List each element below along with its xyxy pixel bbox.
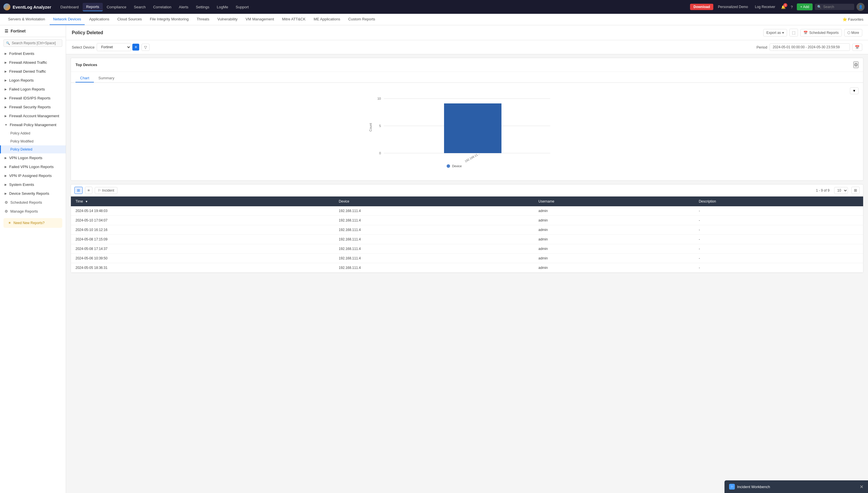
incident-workbench-panel[interactable]: ⚐ Incident Workbench ✕ [725,480,868,493]
period-input[interactable] [770,43,850,51]
cell-time: 2024-05-08 17:14:37 [71,244,334,254]
manage-reports-link[interactable]: ⚙ Manage Reports [0,207,66,216]
subnav-file-integrity[interactable]: File Integrity Monitoring [146,14,192,25]
device-select-wrap: Fortinet + [97,43,139,51]
sidebar-group-policy-mgmt[interactable]: ▼ Firewall Policy Management [0,121,66,129]
col-device[interactable]: Device [334,196,533,206]
add-button[interactable]: + Add [797,3,813,10]
top-search-bar[interactable]: 🔍 [815,4,854,10]
column-settings-button[interactable]: ⊞ [851,187,860,194]
bar-device [444,103,501,153]
chart-settings-button[interactable]: ⚙ [853,62,859,68]
chart-panel: Top Devices ⚙ Chart Summary ▼ [71,58,863,181]
sidebar-group-device-severity[interactable]: ▶ Device Severity Reports [0,189,66,198]
nav-dashboard[interactable]: Dashboard [57,3,82,11]
sidebar-group-system-events[interactable]: ▶ System Events [0,180,66,189]
sidebar-search-input[interactable] [12,41,60,45]
filter-button[interactable]: ▽ [141,44,150,51]
per-page-select[interactable]: 10 [834,187,848,194]
nav-support[interactable]: Support [232,3,252,11]
sidebar-group-vpn-ip[interactable]: ▶ VPN IP Assigned Reports [0,171,66,180]
sidebar-group-security-reports[interactable]: ▶ Firewall Security Reports [0,103,66,111]
subnav-me-applications[interactable]: ME Applications [310,14,344,25]
cell-device: 192.168.111.4 [334,206,533,216]
subnav-network-devices[interactable]: Network Devices [50,14,85,25]
table-row: 2024-05-08 17:14:37 192.168.111.4 admin … [71,244,863,254]
sidebar-group-logon-reports[interactable]: ▶ Logon Reports [0,76,66,85]
nav-alerts[interactable]: Alerts [175,3,192,11]
subnav-cloud-sources[interactable]: Cloud Sources [114,14,145,25]
share-button[interactable]: ⬚ [789,29,798,37]
sun-icon: ☀ [8,221,11,225]
chevron-right-icon: ▶ [5,156,7,159]
nav-compliance[interactable]: Compliance [103,3,130,11]
cell-time: 2024-05-06 10:39:50 [71,254,334,263]
chart-dropdown-button[interactable]: ▼ [850,87,859,94]
subnav-custom-reports[interactable]: Custom Reports [345,14,379,25]
nav-reports[interactable]: Reports [83,3,103,11]
table-row: 2024-05-08 17:15:09 192.168.111.4 admin … [71,235,863,244]
sidebar-item-policy-modified[interactable]: Policy Modified [0,137,66,145]
user-avatar[interactable]: 👤 [856,3,865,11]
sidebar-group-failed-vpn[interactable]: ▶ Failed VPN Logon Reports [0,162,66,171]
sidebar-group-allowed-traffic[interactable]: ▶ Firewall Allowed Traffic [0,58,66,67]
grid-view-button[interactable]: ⊞ [74,187,83,194]
app-logo[interactable]: EventLog Analyzer [3,3,51,10]
svg-text:Device: Device [452,164,462,168]
more-button[interactable]: ⬡ More [844,29,862,37]
sidebar-group-denied-traffic[interactable]: ▶ Firewall Denied Traffic [0,67,66,76]
col-time[interactable]: Time ▼ [71,196,334,206]
device-select[interactable]: Fortinet [97,43,131,51]
calendar-button[interactable]: 📅 [852,44,862,51]
subnav-mitre[interactable]: Mitre ATT&CK [279,14,309,25]
share-icon: ⬚ [792,30,795,35]
cell-device: 192.168.111.4 [334,225,533,235]
dropdown-arrow-icon: ▾ [782,31,784,35]
cell-device: 192.168.111.4 [334,254,533,263]
top-search-input[interactable] [823,5,852,9]
sidebar-group-fortinet-events[interactable]: ▶ Fortinet Events [0,49,66,58]
subnav-threats[interactable]: Threats [193,14,213,25]
hamburger-icon[interactable]: ☰ [5,29,8,33]
sidebar-group-vpn-logon[interactable]: ▶ VPN Logon Reports [0,153,66,162]
chevron-right-icon: ▶ [5,165,7,168]
scheduled-reports-button[interactable]: 📅 Scheduled Reports [800,29,842,37]
table-body: 2024-05-14 19:48:03 192.168.111.4 admin … [71,206,863,273]
subnav-applications[interactable]: Applications [86,14,113,25]
subnav-vulnerability[interactable]: Vulnerability [214,14,241,25]
notification-button[interactable]: 🔔 2 [780,4,787,10]
period-section: Period 📅 [756,43,862,51]
table-row: 2024-05-10 17:04:07 192.168.111.4 admin … [71,216,863,225]
log-receiver-button[interactable]: Log Receiver [753,4,778,10]
cell-username: admin [534,263,694,273]
personalized-demo-button[interactable]: Personalized Demo [715,4,750,10]
download-button[interactable]: Download [690,4,713,10]
incident-wb-close-button[interactable]: ✕ [860,484,863,490]
add-device-button[interactable]: + [132,44,139,50]
need-reports-button[interactable]: ☀ Need New Reports? [3,218,62,228]
favorites-button[interactable]: ⭐ Favorites [842,17,863,22]
nav-logme[interactable]: LogMe [213,3,232,11]
nav-correlation[interactable]: Correlation [150,3,175,11]
chevron-right-icon: ▶ [5,79,7,82]
help-button[interactable]: ? [789,4,795,10]
sidebar-item-policy-deleted[interactable]: Policy Deleted [0,145,66,153]
tab-chart[interactable]: Chart [75,74,94,83]
chevron-down-icon: ▼ [5,123,7,126]
export-button[interactable]: Export as ▾ [763,29,787,37]
subnav-vm-management[interactable]: VM Management [242,14,278,25]
tab-summary[interactable]: Summary [94,74,119,83]
subnav-servers[interactable]: Servers & Workstation [5,14,48,25]
sidebar-group-ids-ips[interactable]: ▶ Firewall IDS/IPS Reports [0,94,66,103]
list-view-button[interactable]: ≡ [85,187,92,194]
incident-button[interactable]: ⚐ Incident [95,187,117,194]
nav-settings[interactable]: Settings [192,3,213,11]
scheduled-reports-link[interactable]: ⚙ Scheduled Reports [0,198,66,207]
nav-search[interactable]: Search [130,3,149,11]
sidebar-group-failed-logon[interactable]: ▶ Failed Logon Reports [0,85,66,94]
sidebar-item-policy-added[interactable]: Policy Added [0,129,66,137]
col-username[interactable]: Username [534,196,694,206]
col-description[interactable]: Description [694,196,863,206]
cell-username: admin [534,216,694,225]
sidebar-group-account-mgmt[interactable]: ▶ Firewall Account Management [0,111,66,121]
